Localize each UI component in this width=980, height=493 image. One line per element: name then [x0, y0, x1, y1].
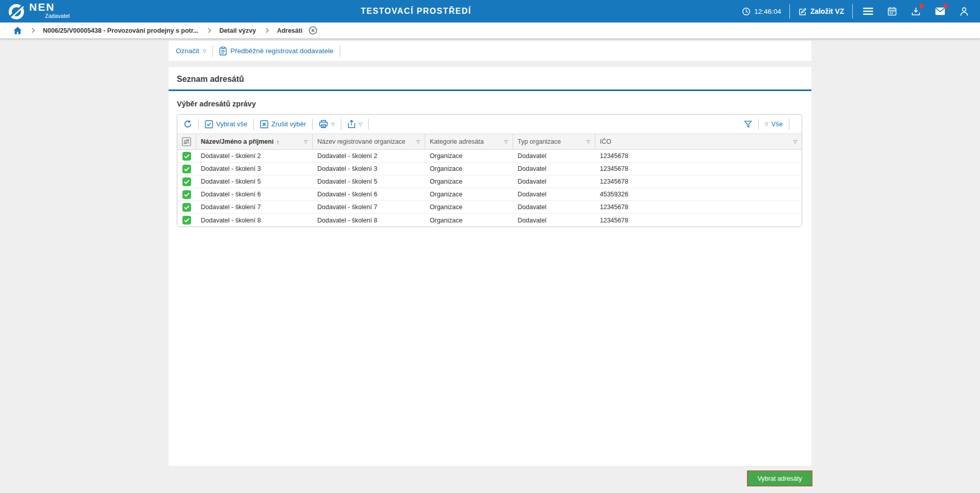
cell-registered-org: Dodavatel - školení 2 [312, 152, 425, 160]
chevron-right-icon [206, 28, 212, 33]
profile-button[interactable] [952, 0, 976, 23]
chevron-down-icon: ▽ [765, 122, 768, 127]
page-actions-toolbar: Označit ▽ Předběžně registrovat dodavate… [169, 41, 811, 61]
column-header-name[interactable]: Název/Jméno a příjmení ↑ ▽ [196, 134, 312, 149]
toolbar-separator [312, 119, 313, 130]
session-time: 12:46:04 [754, 8, 781, 15]
toolbar-separator [368, 119, 369, 130]
table-row[interactable]: Dodavatel - školení 2 Dodavatel - školen… [177, 150, 802, 163]
toolbar-separator [198, 119, 199, 130]
messages-notification-badge [943, 4, 948, 8]
cell-registered-org: Dodavatel - školení 8 [312, 217, 425, 224]
select-addressees-button[interactable]: Vybrat adresáty [747, 470, 812, 486]
table-row[interactable]: Dodavatel - školení 8 Dodavatel - školen… [177, 214, 802, 227]
row-checkbox-checked[interactable] [182, 190, 191, 199]
print-dropdown-button[interactable]: ▽ [319, 120, 335, 128]
cell-registered-org: Dodavatel - školení 6 [312, 191, 425, 198]
calendar-icon [888, 7, 897, 16]
downloads-button[interactable] [904, 0, 928, 23]
sort-ascending-icon: ↑ [276, 138, 279, 146]
table-row[interactable]: Dodavatel - školení 6 Dodavatel - školen… [177, 188, 802, 201]
column-filter-icon[interactable]: ▽ [416, 139, 420, 144]
column-filter-icon[interactable]: ▽ [587, 139, 590, 144]
column-header-org-type[interactable]: Typ organizace ▽ [512, 134, 595, 149]
session-clock: 12:46:04 [737, 7, 786, 16]
cell-category: Organizace [425, 191, 512, 198]
export-share-icon [347, 120, 356, 128]
cell-name: Dodavatel - školení 6 [196, 191, 312, 198]
cell-org-type: Dodavatel [512, 152, 595, 160]
cell-name: Dodavatel - školení 3 [196, 165, 312, 172]
column-header-category[interactable]: Kategorie adresáta ▽ [425, 134, 512, 149]
close-page-icon[interactable] [309, 26, 317, 35]
column-filter-icon[interactable]: ▽ [504, 139, 508, 144]
create-vz-label: Založit VZ [810, 7, 844, 15]
edit-icon [798, 7, 807, 16]
column-header-registered-org[interactable]: Název registrované organizace ▽ [312, 134, 425, 149]
preregister-supplier-button[interactable]: Předběžně registrovat dodavatele [219, 47, 334, 56]
person-icon [960, 7, 969, 16]
calendar-button[interactable] [880, 0, 904, 23]
export-dropdown-button[interactable]: ▽ [347, 120, 362, 128]
clear-selection-button[interactable]: Zrušit výběr [260, 120, 306, 128]
checkbox-check-icon [205, 120, 213, 128]
column-header-ico[interactable]: IČO ▽ [595, 134, 802, 149]
downloads-notification-badge [919, 4, 924, 8]
topbar: NEN Zadavatel TESTOVACÍ PROSTŘEDÍ 12:46:… [0, 0, 980, 23]
preregister-supplier-label: Předběžně registrovat dodavatele [230, 47, 334, 55]
filter-button[interactable] [744, 120, 752, 128]
topbar-separator [852, 4, 853, 18]
nen-brand[interactable]: NEN Zadavatel [7, 2, 69, 21]
download-tray-icon [911, 7, 921, 16]
chevron-down-icon: ▽ [359, 122, 362, 127]
table-row[interactable]: Dodavatel - školení 3 Dodavatel - školen… [177, 163, 802, 175]
mark-dropdown-button[interactable]: Označit ▽ [176, 47, 206, 55]
cell-category: Organizace [425, 204, 512, 211]
toolbar-separator [341, 119, 341, 130]
clear-selection-label: Zrušit výběr [271, 120, 306, 128]
refresh-button[interactable] [183, 120, 192, 128]
row-checkbox-checked[interactable] [182, 203, 191, 212]
select-all-button[interactable]: Vybrat vše [205, 120, 247, 128]
table-row[interactable]: Dodavatel - školení 7 Dodavatel - školen… [177, 201, 802, 214]
filter-view-label: Vše [772, 120, 783, 128]
logo-subtitle: Zadavatel [45, 13, 69, 19]
cell-ico: 45359326 [595, 191, 802, 198]
menu-button[interactable] [856, 0, 880, 23]
topbar-actions: 12:46:04 Založit VZ [737, 0, 976, 23]
chevron-right-icon [264, 28, 269, 33]
clipboard-icon [219, 47, 227, 56]
cell-registered-org: Dodavatel - školení 7 [312, 204, 425, 211]
toolbar-separator [253, 119, 254, 130]
column-filter-icon[interactable]: ▽ [794, 139, 797, 144]
home-icon[interactable] [13, 27, 22, 35]
printer-icon [319, 120, 328, 128]
cell-name: Dodavatel - školení 5 [196, 178, 312, 185]
chevron-down-icon: ▽ [203, 49, 206, 54]
row-checkbox-checked[interactable] [182, 216, 191, 225]
cell-category: Organizace [425, 178, 512, 185]
messages-button[interactable] [928, 0, 952, 23]
nen-logo-icon [7, 3, 26, 21]
row-checkbox-checked[interactable] [182, 177, 191, 186]
filter-view-dropdown[interactable]: ▽ Vše [765, 120, 783, 128]
section-title-rule [169, 89, 811, 91]
row-checkbox-checked[interactable] [182, 152, 191, 161]
cell-ico: 12345678 [595, 165, 802, 172]
clock-icon [742, 7, 751, 16]
table-row[interactable]: Dodavatel - školení 5 Dodavatel - školen… [177, 175, 802, 188]
cell-name: Dodavatel - školení 7 [196, 204, 312, 211]
cell-ico: 12345678 [595, 178, 802, 185]
breadcrumb-item-detail-vyzvy[interactable]: Detail výzvy [219, 27, 256, 34]
cell-org-type: Dodavatel [512, 217, 595, 224]
cell-ico: 12345678 [595, 152, 802, 160]
create-vz-button[interactable]: Založit VZ [793, 7, 849, 16]
column-settings-button[interactable] [177, 134, 196, 149]
column-filter-icon[interactable]: ▽ [304, 139, 308, 144]
row-checkbox-checked[interactable] [182, 165, 191, 173]
breadcrumb-item-procurement[interactable]: N006/25/V00005438 - Provozování prodejny… [43, 27, 198, 34]
grid-toolbar: Vybrat vše Zrušit výběr [177, 115, 802, 133]
cell-category: Organizace [425, 217, 512, 224]
subsection-title: Výběr adresátů zprávy [177, 100, 256, 108]
topbar-separator [789, 4, 790, 18]
